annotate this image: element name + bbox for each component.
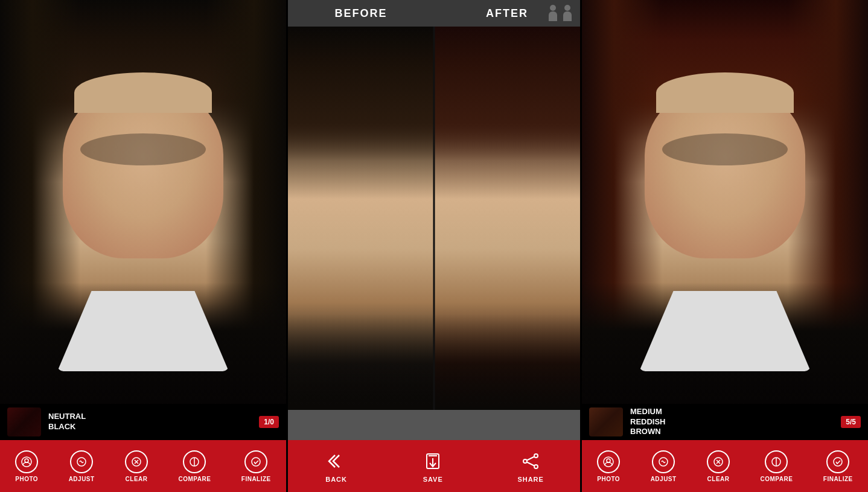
right-adjust-label: ADJUST [651, 476, 677, 482]
left-photo-button[interactable]: PHOTO [15, 450, 38, 482]
svg-point-1 [25, 459, 28, 462]
right-compare-label: COMPARE [760, 476, 793, 482]
person-silhouette-1 [546, 5, 560, 22]
before-after-bar: BEFORE AFTER [288, 0, 580, 27]
photo-icon[interactable] [15, 450, 38, 473]
svg-point-13 [523, 459, 527, 463]
person-icon-group [546, 5, 574, 22]
left-adjust-label: ADJUST [69, 476, 95, 482]
right-finalize-label: FINALIZE [823, 476, 853, 482]
left-adjust-button[interactable]: ADJUST [69, 450, 95, 482]
right-shade-badge: 5/5 [841, 416, 861, 428]
finalize-icon[interactable] [244, 450, 267, 473]
left-color-name: NEUTRAL BLACK [48, 412, 252, 432]
person-body-1 [549, 11, 557, 21]
save-icon[interactable] [421, 449, 445, 473]
person-head-2 [564, 5, 570, 11]
before-photo [288, 27, 434, 410]
right-finalize-button[interactable]: FINALIZE [823, 450, 853, 482]
left-clear-label: CLEAR [126, 476, 148, 482]
share-label: SHARE [517, 476, 544, 483]
clear-icon[interactable] [125, 450, 148, 473]
person-head-1 [550, 5, 556, 11]
back-button[interactable]: BACK [324, 449, 348, 483]
save-button[interactable]: SAVE [421, 449, 445, 483]
left-color-info: NEUTRAL BLACK [48, 412, 252, 432]
middle-bottom-bar: BACK SAVE [288, 440, 580, 492]
right-photo-label: PHOTO [597, 476, 620, 482]
right-compare-button[interactable]: COMPARE [760, 450, 793, 482]
back-label: BACK [325, 476, 347, 483]
person-silhouette-2 [561, 5, 574, 22]
left-face-background [0, 0, 286, 404]
svg-point-14 [534, 465, 538, 468]
save-label: SAVE [423, 476, 443, 483]
svg-point-12 [534, 454, 538, 458]
left-photo-area [0, 0, 286, 404]
right-bottom-bar: PHOTO ADJUST CLEAR [582, 440, 868, 492]
right-info-bar: MEDIUM REDDISH BROWN 5/5 [582, 404, 868, 440]
right-face-background [582, 0, 868, 404]
right-color-info: MEDIUM REDDISH BROWN [630, 407, 834, 438]
svg-point-8 [252, 458, 260, 466]
right-clear-label: CLEAR [707, 476, 730, 482]
left-photo-label: PHOTO [15, 476, 38, 482]
right-color-name: MEDIUM REDDISH BROWN [630, 407, 834, 438]
back-icon[interactable] [324, 449, 348, 473]
right-compare-icon[interactable] [765, 450, 788, 473]
person-body-2 [563, 11, 572, 21]
svg-point-25 [834, 458, 842, 466]
left-info-bar: NEUTRAL BLACK 1/0 [0, 404, 286, 440]
middle-gray-area [288, 410, 580, 440]
left-finalize-label: FINALIZE [241, 476, 271, 482]
right-photo-button[interactable]: PHOTO [597, 450, 620, 482]
left-color-swatch [7, 407, 41, 436]
middle-photo-area: BEFORE AFTER [288, 0, 580, 410]
left-finalize-button[interactable]: FINALIZE [241, 450, 271, 482]
share-icon[interactable] [519, 449, 543, 473]
svg-line-15 [527, 457, 534, 461]
svg-line-16 [527, 462, 534, 466]
right-adjust-icon[interactable] [652, 450, 675, 473]
right-clear-icon[interactable] [707, 450, 730, 473]
right-panel: MEDIUM REDDISH BROWN 5/5 PHOTO [582, 0, 868, 492]
right-clear-button[interactable]: CLEAR [707, 450, 730, 482]
right-color-swatch [589, 407, 623, 436]
share-button[interactable]: SHARE [517, 449, 544, 483]
left-clear-button[interactable]: CLEAR [125, 450, 148, 482]
left-panel: NEUTRAL BLACK 1/0 PHOTO [0, 0, 286, 492]
left-bottom-bar: PHOTO ADJUST CLEAR [0, 440, 286, 492]
after-photo [434, 27, 580, 410]
right-photo-area [582, 0, 868, 404]
before-label: BEFORE [288, 7, 434, 20]
before-after-divider [433, 27, 435, 410]
svg-point-18 [607, 459, 610, 462]
right-photo-icon[interactable] [597, 450, 620, 473]
left-shade-badge: 1/0 [259, 416, 279, 428]
middle-panel: BEFORE AFTER [288, 0, 580, 492]
left-compare-label: COMPARE [178, 476, 211, 482]
right-adjust-button[interactable]: ADJUST [651, 450, 677, 482]
compare-icon[interactable] [183, 450, 206, 473]
adjust-icon[interactable] [70, 450, 93, 473]
left-compare-button[interactable]: COMPARE [178, 450, 211, 482]
right-finalize-icon[interactable] [826, 450, 849, 473]
